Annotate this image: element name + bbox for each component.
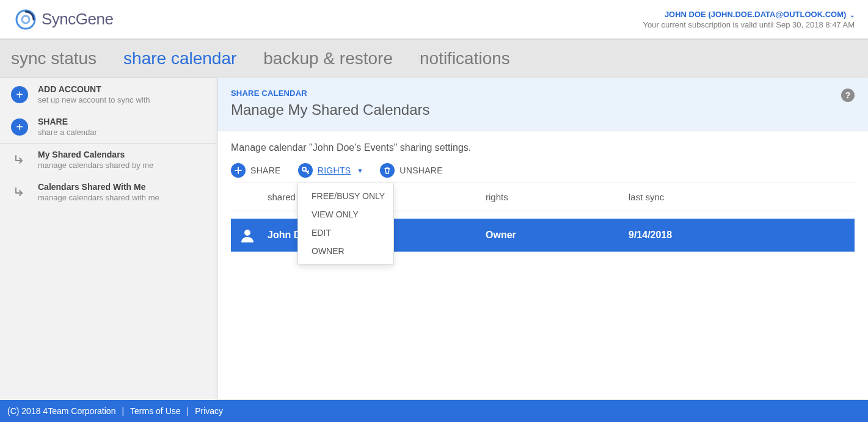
- sidebar-calendars-shared-with-me[interactable]: Calendars Shared With Me manage calendar…: [0, 176, 217, 208]
- action-label: RIGHTS: [318, 166, 351, 175]
- person-icon: [238, 227, 268, 243]
- rights-dropdown-button[interactable]: RIGHTS ▼: [298, 163, 363, 178]
- tab-sync-status[interactable]: sync status: [11, 49, 97, 68]
- footer: (C) 2018 4Team Corporation | Terms of Us…: [0, 400, 868, 422]
- sidebar-item-title: SHARE: [38, 117, 97, 126]
- main-area: + ADD ACCOUNT set up new account to sync…: [0, 78, 868, 400]
- rights-option-view-only[interactable]: VIEW ONLY: [298, 205, 393, 224]
- svg-point-0: [16, 10, 35, 29]
- sidebar-item-title: ADD ACCOUNT: [38, 84, 150, 94]
- sidebar-item-title: My Shared Calendars: [38, 150, 153, 159]
- breadcrumb: SHARE CALENDAR: [231, 89, 430, 98]
- plus-circle-icon: +: [11, 118, 28, 136]
- cell-rights: Owner: [486, 230, 629, 241]
- sidebar-item-title: Calendars Shared With Me: [38, 182, 159, 192]
- column-last-sync: last sync: [629, 192, 855, 202]
- app-header: SyncGene JOHN DOE (JOHN.DOE.DATA@OUTLOOK…: [0, 0, 868, 39]
- svg-point-3: [244, 230, 250, 236]
- sidebar-item-subtitle: manage calendars shared by me: [38, 161, 153, 170]
- user-email-label: JOHN DOE (JOHN.DOE.DATA@OUTLOOK.COM): [665, 10, 846, 19]
- sidebar-item-subtitle: share a calendar: [38, 128, 97, 137]
- subscription-status: Your current subscription is valid until…: [643, 20, 855, 29]
- sidebar-item-subtitle: set up new account to sync with: [38, 95, 150, 104]
- sidebar: + ADD ACCOUNT set up new account to sync…: [0, 78, 217, 400]
- svg-point-1: [22, 16, 29, 23]
- user-account-dropdown[interactable]: JOHN DOE (JOHN.DOE.DATA@OUTLOOK.COM) ⌄: [643, 10, 855, 19]
- action-label: SHARE: [250, 166, 281, 175]
- sub-arrow-icon: [11, 187, 28, 198]
- column-rights: rights: [486, 192, 629, 202]
- brand-name: SyncGene: [42, 10, 113, 29]
- footer-terms-link[interactable]: Terms of Use: [130, 406, 180, 416]
- sidebar-my-shared-calendars[interactable]: My Shared Calendars manage calendars sha…: [0, 144, 217, 176]
- action-label: UNSHARE: [399, 166, 443, 175]
- brand-logo[interactable]: SyncGene: [13, 7, 113, 32]
- tab-notifications[interactable]: notifications: [420, 49, 510, 68]
- page-description: Manage calendar "John Doe's Events" shar…: [231, 142, 855, 153]
- page-title: Manage My Shared Calendars: [231, 101, 430, 118]
- cell-last-sync: 9/14/2018: [629, 230, 855, 241]
- sidebar-item-subtitle: manage calendars shared with me: [38, 193, 159, 202]
- share-button[interactable]: SHARE: [231, 163, 281, 178]
- plus-circle-icon: +: [11, 86, 28, 103]
- caret-down-icon: ▼: [357, 167, 363, 174]
- tab-share-calendar[interactable]: share calendar: [123, 49, 236, 68]
- rights-option-edit[interactable]: EDIT: [298, 224, 393, 242]
- chevron-down-icon: ⌄: [850, 12, 855, 18]
- action-bar: SHARE RIGHTS ▼ UNSHARE: [231, 163, 855, 178]
- header-user-block: JOHN DOE (JOHN.DOE.DATA@OUTLOOK.COM) ⌄ Y…: [643, 10, 855, 29]
- rights-option-free-busy[interactable]: FREE/BUSY ONLY: [298, 187, 393, 205]
- plus-circle-icon: [231, 163, 246, 178]
- sub-arrow-icon: [11, 155, 28, 166]
- footer-privacy-link[interactable]: Privacy: [195, 406, 223, 416]
- content-panel: SHARE CALENDAR Manage My Shared Calendar…: [217, 78, 868, 399]
- sidebar-share[interactable]: + SHARE share a calendar: [0, 111, 217, 143]
- syncgene-logo-icon: [13, 7, 38, 32]
- footer-copyright: (C) 2018 4Team Corporation: [7, 406, 115, 416]
- content-body: Manage calendar "John Doe's Events" shar…: [217, 131, 868, 263]
- unshare-button[interactable]: UNSHARE: [380, 163, 443, 178]
- sidebar-add-account[interactable]: + ADD ACCOUNT set up new account to sync…: [0, 78, 217, 111]
- help-icon[interactable]: ?: [841, 89, 855, 102]
- footer-separator: |: [187, 406, 189, 416]
- key-icon: [298, 163, 313, 178]
- footer-separator: |: [122, 406, 124, 416]
- rights-option-owner[interactable]: OWNER: [298, 242, 393, 260]
- content-header: SHARE CALENDAR Manage My Shared Calendar…: [217, 78, 868, 131]
- trash-icon: [380, 163, 395, 178]
- rights-dropdown-menu: FREE/BUSY ONLY VIEW ONLY EDIT OWNER: [297, 183, 394, 264]
- main-tabs: sync status share calendar backup & rest…: [0, 39, 868, 78]
- tab-backup-restore[interactable]: backup & restore: [263, 49, 393, 68]
